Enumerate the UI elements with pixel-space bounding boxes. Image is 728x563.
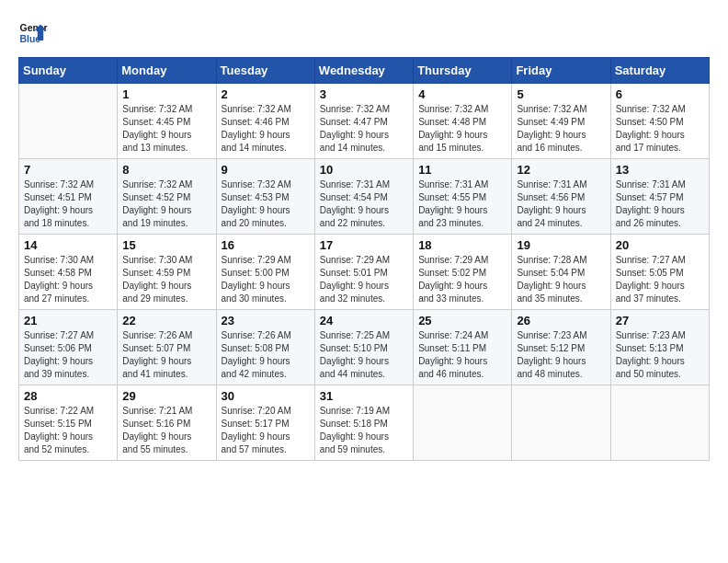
day-number: 26	[517, 314, 605, 327]
day-info: Sunrise: 7:20 AM Sunset: 5:17 PM Dayligh…	[222, 405, 310, 456]
day-info: Sunrise: 7:24 AM Sunset: 5:11 PM Dayligh…	[418, 329, 506, 381]
day-info: Sunrise: 7:32 AM Sunset: 4:50 PM Dayligh…	[616, 103, 704, 155]
calendar-cell: 27Sunrise: 7:23 AM Sunset: 5:13 PM Dayli…	[610, 310, 709, 385]
day-number: 20	[616, 238, 704, 252]
day-info: Sunrise: 7:31 AM Sunset: 4:57 PM Dayligh…	[616, 178, 704, 230]
day-info: Sunrise: 7:32 AM Sunset: 4:49 PM Dayligh…	[517, 103, 605, 155]
calendar-week-1: 1Sunrise: 7:32 AM Sunset: 4:45 PM Daylig…	[19, 84, 710, 159]
day-info: Sunrise: 7:29 AM Sunset: 5:02 PM Dayligh…	[418, 254, 506, 305]
weekday-header-wednesday: Wednesday	[314, 58, 413, 84]
weekday-header-saturday: Saturday	[610, 58, 709, 84]
calendar-cell: 6Sunrise: 7:32 AM Sunset: 4:50 PM Daylig…	[610, 84, 709, 159]
calendar-cell: 13Sunrise: 7:31 AM Sunset: 4:57 PM Dayli…	[610, 159, 709, 235]
day-number: 12	[517, 163, 605, 177]
day-number: 25	[418, 314, 506, 327]
day-info: Sunrise: 7:32 AM Sunset: 4:51 PM Dayligh…	[24, 178, 112, 230]
day-number: 10	[320, 163, 408, 177]
day-info: Sunrise: 7:23 AM Sunset: 5:12 PM Dayligh…	[517, 329, 605, 381]
day-number: 24	[320, 314, 408, 327]
day-info: Sunrise: 7:32 AM Sunset: 4:45 PM Dayligh…	[122, 103, 210, 155]
day-info: Sunrise: 7:28 AM Sunset: 5:04 PM Dayligh…	[517, 254, 605, 305]
calendar-cell: 26Sunrise: 7:23 AM Sunset: 5:12 PM Dayli…	[512, 310, 610, 385]
day-info: Sunrise: 7:26 AM Sunset: 5:07 PM Dayligh…	[122, 329, 210, 381]
day-info: Sunrise: 7:25 AM Sunset: 5:10 PM Dayligh…	[320, 329, 408, 381]
calendar-cell: 23Sunrise: 7:26 AM Sunset: 5:08 PM Dayli…	[216, 310, 314, 385]
calendar-cell: 30Sunrise: 7:20 AM Sunset: 5:17 PM Dayli…	[216, 385, 314, 461]
day-number: 1	[122, 87, 210, 101]
day-number: 18	[418, 238, 506, 252]
day-info: Sunrise: 7:27 AM Sunset: 5:05 PM Dayligh…	[616, 254, 704, 305]
day-number: 13	[616, 163, 704, 177]
calendar-cell: 14Sunrise: 7:30 AM Sunset: 4:58 PM Dayli…	[19, 235, 118, 310]
day-number: 31	[320, 389, 408, 403]
day-number: 22	[122, 314, 210, 327]
calendar-body: 1Sunrise: 7:32 AM Sunset: 4:45 PM Daylig…	[19, 84, 710, 461]
calendar-cell: 20Sunrise: 7:27 AM Sunset: 5:05 PM Dayli…	[610, 235, 709, 310]
day-info: Sunrise: 7:19 AM Sunset: 5:18 PM Dayligh…	[320, 405, 408, 456]
day-info: Sunrise: 7:32 AM Sunset: 4:46 PM Dayligh…	[222, 103, 310, 155]
calendar-cell: 10Sunrise: 7:31 AM Sunset: 4:54 PM Dayli…	[314, 159, 413, 235]
calendar-cell: 21Sunrise: 7:27 AM Sunset: 5:06 PM Dayli…	[19, 310, 118, 385]
day-number: 2	[222, 87, 310, 101]
day-info: Sunrise: 7:32 AM Sunset: 4:48 PM Dayligh…	[418, 103, 506, 155]
day-info: Sunrise: 7:31 AM Sunset: 4:54 PM Dayligh…	[320, 178, 408, 230]
day-info: Sunrise: 7:32 AM Sunset: 4:53 PM Dayligh…	[222, 178, 310, 230]
day-info: Sunrise: 7:22 AM Sunset: 5:15 PM Dayligh…	[24, 405, 112, 456]
day-number: 21	[24, 314, 112, 327]
calendar-week-5: 28Sunrise: 7:22 AM Sunset: 5:15 PM Dayli…	[19, 385, 710, 461]
calendar-week-4: 21Sunrise: 7:27 AM Sunset: 5:06 PM Dayli…	[19, 310, 710, 385]
day-info: Sunrise: 7:27 AM Sunset: 5:06 PM Dayligh…	[24, 329, 112, 381]
calendar-header-row: SundayMondayTuesdayWednesdayThursdayFrid…	[19, 58, 710, 84]
calendar-cell: 24Sunrise: 7:25 AM Sunset: 5:10 PM Dayli…	[314, 310, 413, 385]
day-info: Sunrise: 7:23 AM Sunset: 5:13 PM Dayligh…	[616, 329, 704, 381]
calendar-cell: 4Sunrise: 7:32 AM Sunset: 4:48 PM Daylig…	[414, 84, 512, 159]
day-info: Sunrise: 7:32 AM Sunset: 4:47 PM Dayligh…	[320, 103, 408, 155]
day-number: 4	[418, 87, 506, 101]
day-number: 5	[517, 87, 605, 101]
day-info: Sunrise: 7:29 AM Sunset: 5:01 PM Dayligh…	[320, 254, 408, 305]
day-number: 6	[616, 87, 704, 101]
day-number: 15	[122, 238, 210, 252]
weekday-header-monday: Monday	[118, 58, 216, 84]
calendar-cell: 19Sunrise: 7:28 AM Sunset: 5:04 PM Dayli…	[512, 235, 610, 310]
calendar-cell: 18Sunrise: 7:29 AM Sunset: 5:02 PM Dayli…	[414, 235, 512, 310]
calendar-cell: 9Sunrise: 7:32 AM Sunset: 4:53 PM Daylig…	[216, 159, 314, 235]
calendar-cell: 3Sunrise: 7:32 AM Sunset: 4:47 PM Daylig…	[314, 84, 413, 159]
day-number: 19	[517, 238, 605, 252]
weekday-header-sunday: Sunday	[19, 58, 118, 84]
day-info: Sunrise: 7:31 AM Sunset: 4:55 PM Dayligh…	[418, 178, 506, 230]
calendar-cell: 15Sunrise: 7:30 AM Sunset: 4:59 PM Dayli…	[118, 235, 216, 310]
day-number: 8	[122, 163, 210, 177]
calendar-cell: 17Sunrise: 7:29 AM Sunset: 5:01 PM Dayli…	[314, 235, 413, 310]
logo: General Blue	[18, 18, 48, 48]
day-info: Sunrise: 7:29 AM Sunset: 5:00 PM Dayligh…	[222, 254, 310, 305]
day-number: 23	[222, 314, 310, 327]
day-number: 28	[24, 389, 112, 403]
calendar-cell: 12Sunrise: 7:31 AM Sunset: 4:56 PM Dayli…	[512, 159, 610, 235]
calendar-table: SundayMondayTuesdayWednesdayThursdayFrid…	[18, 57, 710, 461]
calendar-cell	[414, 385, 512, 461]
day-number: 7	[24, 163, 112, 177]
calendar-cell: 25Sunrise: 7:24 AM Sunset: 5:11 PM Dayli…	[414, 310, 512, 385]
calendar-cell	[19, 84, 118, 159]
day-number: 17	[320, 238, 408, 252]
calendar-cell: 22Sunrise: 7:26 AM Sunset: 5:07 PM Dayli…	[118, 310, 216, 385]
calendar-cell: 28Sunrise: 7:22 AM Sunset: 5:15 PM Dayli…	[19, 385, 118, 461]
calendar-cell: 16Sunrise: 7:29 AM Sunset: 5:00 PM Dayli…	[216, 235, 314, 310]
day-info: Sunrise: 7:30 AM Sunset: 4:59 PM Dayligh…	[122, 254, 210, 305]
calendar-cell: 7Sunrise: 7:32 AM Sunset: 4:51 PM Daylig…	[19, 159, 118, 235]
weekday-header-thursday: Thursday	[414, 58, 512, 84]
weekday-header-tuesday: Tuesday	[216, 58, 314, 84]
day-number: 3	[320, 87, 408, 101]
day-info: Sunrise: 7:21 AM Sunset: 5:16 PM Dayligh…	[122, 405, 210, 456]
weekday-header-friday: Friday	[512, 58, 610, 84]
calendar-week-2: 7Sunrise: 7:32 AM Sunset: 4:51 PM Daylig…	[19, 159, 710, 235]
day-number: 14	[24, 238, 112, 252]
calendar-week-3: 14Sunrise: 7:30 AM Sunset: 4:58 PM Dayli…	[19, 235, 710, 310]
day-number: 29	[122, 389, 210, 403]
calendar-cell: 5Sunrise: 7:32 AM Sunset: 4:49 PM Daylig…	[512, 84, 610, 159]
calendar-cell: 1Sunrise: 7:32 AM Sunset: 4:45 PM Daylig…	[118, 84, 216, 159]
calendar-cell: 29Sunrise: 7:21 AM Sunset: 5:16 PM Dayli…	[118, 385, 216, 461]
day-number: 11	[418, 163, 506, 177]
calendar-cell	[610, 385, 709, 461]
